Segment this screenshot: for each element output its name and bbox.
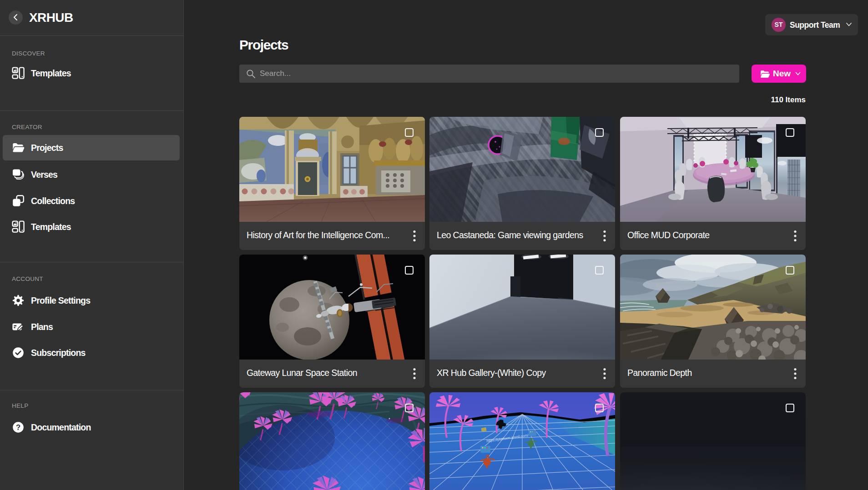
svg-text:?: ? (16, 423, 20, 431)
